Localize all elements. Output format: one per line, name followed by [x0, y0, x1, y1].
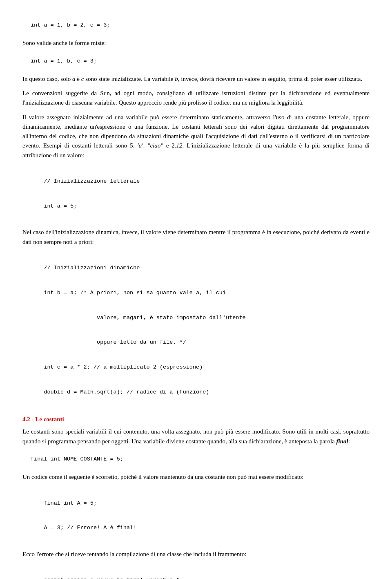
code-dinamiche-5: double d = Math.sqrt(a); // radice di a … — [44, 389, 209, 395]
page-content: int a = 1, b = 2, c = 3; Sono valide anc… — [22, 18, 370, 579]
para6-final: final — [336, 438, 348, 445]
paragraph-5: Nel caso dell'inizializzazione dinamica,… — [22, 228, 370, 247]
code-comment-letterale: // Inizializzazione letterale — [44, 178, 140, 184]
para2-rest: sono state inizializzate. La variabile — [84, 76, 175, 82]
para2-a: a — [72, 76, 76, 82]
code-error-1: cannot assign a value to final variable … — [44, 577, 179, 579]
paragraph-8: Ecco l'errore che si riceve tentando la … — [22, 550, 370, 559]
paragraph-2: In questo caso, solo a e c sono state in… — [22, 74, 370, 84]
code-dinamiche-2: valore, magari, è stato impostato dall'u… — [44, 315, 245, 321]
paragraph-3: Le convenzioni suggerite da Sun, ad ogni… — [22, 89, 370, 108]
para4-a: 'a' — [138, 142, 143, 149]
para4-ciao: "ciao" — [147, 142, 163, 149]
code-dinamiche-comment: // Inizializzazioni dinamiche — [44, 265, 140, 271]
para2-end: , invece, dovrà ricevere un valore in se… — [178, 76, 363, 82]
code-int-a: int a = 5; — [44, 203, 77, 209]
paragraph-6: Le costanti sono speciali variabili il c… — [22, 427, 370, 446]
section-number: 4.2 — [22, 416, 30, 423]
section-dash: - — [30, 416, 36, 423]
para4-comma: , — [143, 142, 147, 149]
paragraph-1: Sono valide anche le forme miste: — [22, 38, 370, 48]
code-block-error: cannot assign a value to final variable … — [22, 565, 370, 579]
paragraph-4: Il valore assegnato inizialmente ad una … — [22, 113, 370, 160]
code-block-2: int a = 1, b, c = 3; — [22, 54, 370, 69]
section-title: Le costanti — [35, 416, 64, 423]
code-dinamiche-1: int b = a; /* A priori, non si sa quanto… — [44, 290, 226, 296]
para6-text: Le costanti sono speciali variabili il c… — [22, 428, 370, 444]
code-block-final2: final int A = 5; A = 3; // Errore! A è f… — [22, 487, 370, 544]
para6-colon: : — [348, 438, 350, 445]
code-block-opening: int a = 1, b = 2, c = 3; — [22, 18, 370, 33]
section-42-heading: 4.2 - Le costanti — [22, 416, 370, 423]
code-dinamiche-4: int c = a * 2; // a moltiplicato 2 (espr… — [44, 364, 203, 370]
code-final2-1: final int A = 5; — [44, 500, 97, 506]
code-block-final: final int NOME_COSTANTE = 5; — [22, 452, 370, 467]
code-block-dinamiche: // Inizializzazioni dinamiche int b = a;… — [22, 253, 370, 408]
code-dinamiche-3: oppure letto da un file. */ — [44, 339, 186, 345]
para4-and: e 2. — [163, 142, 176, 149]
code-final2-2: A = 3; // Errore! A è final! — [44, 525, 136, 531]
paragraph-7: Un codice come il seguente è scorretto, … — [22, 472, 370, 482]
para2-text: In questo caso, solo — [22, 76, 72, 82]
para2-e: e — [76, 76, 81, 82]
para4-12: 12 — [176, 142, 183, 149]
code-block-letterale: // Inizializzazione letterale int a = 5; — [22, 166, 370, 222]
para2-b: b — [175, 76, 178, 82]
